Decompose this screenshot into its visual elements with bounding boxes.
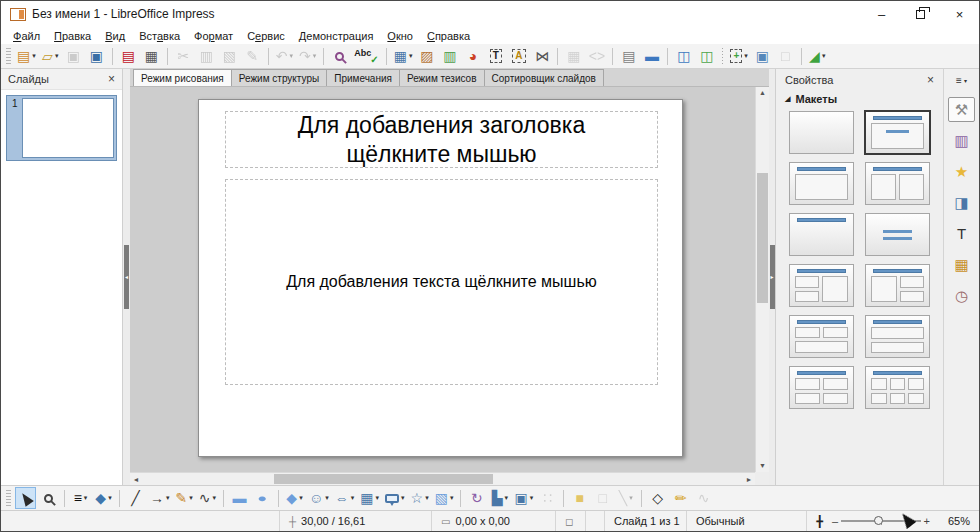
zoom-slider-thumb[interactable] <box>874 516 883 525</box>
find-and-replace-button[interactable] <box>329 45 350 67</box>
scroll-down-icon[interactable]: ▼ <box>756 461 769 471</box>
arrange-button[interactable]: ▣▾ <box>512 487 535 509</box>
insert-line-button[interactable]: ╱ <box>125 487 146 509</box>
show-draw-functions-button[interactable]: ◢▾ <box>807 45 828 67</box>
duplicate-slide-button[interactable]: ▣ <box>752 45 773 67</box>
line-style-button[interactable]: ≡▾ <box>70 487 91 509</box>
spelling-button[interactable]: Abc✓ <box>352 45 380 67</box>
fill-color-button[interactable]: ◆▾ <box>93 487 114 509</box>
layout-title-content-full[interactable] <box>789 162 854 205</box>
filter-dropdown-arrow[interactable]: ▾ <box>629 494 633 502</box>
insert-table-button[interactable]: ▦▾ <box>392 45 415 67</box>
slide-thumbnail[interactable]: 1 <box>6 95 117 161</box>
layout-title-only[interactable] <box>789 213 854 256</box>
view-tab-slide-sorter[interactable]: Сортировщик слайдов <box>484 69 604 86</box>
vertical-scrollbar-thumb[interactable] <box>757 173 768 303</box>
left-splitter-handle[interactable]: ◄ <box>124 245 129 309</box>
fill-color-dropdown-arrow[interactable]: ▾ <box>108 494 112 502</box>
flowchart-dropdown-arrow[interactable]: ▾ <box>376 494 380 502</box>
close-button[interactable]: × <box>940 1 979 27</box>
open-button[interactable]: ▱▾ <box>40 45 61 67</box>
layout-title-2content-over-content[interactable] <box>789 315 854 358</box>
lines-and-arrows-dropdown-arrow[interactable]: ▾ <box>166 494 170 502</box>
sidebar-tab-properties[interactable]: ⚒ <box>948 97 975 122</box>
open-dropdown-arrow[interactable]: ▾ <box>55 52 59 60</box>
fit-slide-button[interactable]: ╋ <box>812 511 827 531</box>
scroll-right-icon[interactable]: ► <box>743 473 755 485</box>
lines-and-arrows-button[interactable]: →▾ <box>148 487 172 509</box>
sidebar-tab-styles[interactable]: T <box>948 221 975 246</box>
curves-and-polygons-button[interactable]: ✎▾ <box>174 487 195 509</box>
basic-shapes-dropdown-arrow[interactable]: ▾ <box>299 494 303 502</box>
horizontal-scrollbar[interactable]: ◄ ► <box>130 472 755 485</box>
stars-and-banners-dropdown-arrow[interactable]: ▾ <box>425 494 429 502</box>
connectors-button[interactable]: ∿▾ <box>197 487 218 509</box>
scroll-up-icon[interactable]: ▲ <box>756 88 769 98</box>
layout-centered-text[interactable] <box>865 213 930 256</box>
insert-image-button[interactable]: ▨ <box>416 45 437 67</box>
sidebar-close-icon[interactable]: × <box>927 74 934 86</box>
arrange-dropdown-arrow[interactable]: ▾ <box>530 494 534 502</box>
callouts-button[interactable]: ▾ <box>383 487 407 509</box>
save-as-button[interactable]: ▣ <box>86 45 107 67</box>
show-draw-functions-dropdown-arrow[interactable]: ▾ <box>822 52 826 60</box>
slide-page[interactable]: Для добавления заголовка щёлкните мышью … <box>198 99 683 457</box>
export-pdf-button[interactable]: ▤ <box>118 45 139 67</box>
slide-canvas[interactable]: Для добавления заголовка щёлкните мышью … <box>130 87 769 485</box>
glue-points-edit-button[interactable]: ✏ <box>670 487 691 509</box>
menu-file[interactable]: Файл <box>6 29 47 43</box>
layout-title-4-content[interactable] <box>789 366 854 409</box>
layout-title-content[interactable] <box>865 111 930 154</box>
callouts-dropdown-arrow[interactable]: ▾ <box>401 494 405 502</box>
print-button[interactable]: ▦ <box>141 45 162 67</box>
redo-dropdown-arrow[interactable]: ▾ <box>313 52 317 60</box>
horizontal-scrollbar-thumb[interactable] <box>274 474 493 484</box>
layouts-section-header[interactable]: ◢ Макеты <box>776 91 943 109</box>
rectangle-button[interactable]: ▬ <box>229 487 250 509</box>
menu-insert[interactable]: Вставка <box>132 29 187 43</box>
symbol-shapes-dropdown-arrow[interactable]: ▾ <box>325 494 329 502</box>
menu-view[interactable]: Вид <box>98 29 132 43</box>
display-master-button[interactable]: ▬ <box>641 45 662 67</box>
layout-title-two-content[interactable] <box>865 162 930 205</box>
new-slide-dropdown-arrow[interactable]: ▾ <box>744 52 748 60</box>
new-presentation-dropdown-arrow[interactable]: ▾ <box>32 52 36 60</box>
align-objects-button[interactable]: ▙▾ <box>489 487 510 509</box>
sidebar-settings-button[interactable]: ≡ ▾ <box>956 72 967 88</box>
3d-objects-button[interactable]: ▧▾ <box>433 487 456 509</box>
select-button[interactable] <box>15 487 36 509</box>
scroll-left-icon[interactable]: ◄ <box>130 473 142 485</box>
new-slide-button[interactable]: +▾ <box>728 45 749 67</box>
sidebar-tab-animation[interactable]: ★ <box>948 159 975 184</box>
zoom-in-icon[interactable]: + <box>921 515 933 527</box>
connectors-dropdown-arrow[interactable]: ▾ <box>213 494 217 502</box>
menu-help[interactable]: Справка <box>420 29 477 43</box>
vertical-scrollbar[interactable]: ▲ ▼ <box>755 87 769 472</box>
menu-slideshow[interactable]: Демонстрация <box>292 29 381 43</box>
layout-title-2content-1content[interactable] <box>789 264 854 307</box>
insert-text-box-button[interactable]: T <box>485 45 506 67</box>
zoom-percent[interactable]: 65% <box>935 515 979 527</box>
align-objects-dropdown-arrow[interactable]: ▾ <box>505 494 509 502</box>
sidebar-tab-master-pages[interactable]: ▥ <box>948 128 975 153</box>
layout-blank[interactable] <box>789 111 854 154</box>
symbol-shapes-button[interactable]: ☺▾ <box>307 487 331 509</box>
view-tab-handout[interactable]: Режим тезисов <box>399 69 485 86</box>
start-from-current-slide-button[interactable]: ◫ <box>696 45 717 67</box>
3d-objects-dropdown-arrow[interactable]: ▾ <box>450 494 454 502</box>
zoom-out-icon[interactable]: – <box>829 515 841 527</box>
curves-and-polygons-dropdown-arrow[interactable]: ▾ <box>189 494 193 502</box>
view-tab-outline[interactable]: Режим структуры <box>231 69 327 86</box>
zoom-button[interactable] <box>38 487 59 509</box>
view-tab-drawing[interactable]: Режим рисования <box>133 69 232 86</box>
right-splitter-handle[interactable]: ► <box>770 245 775 309</box>
ellipse-button[interactable]: ● <box>252 487 273 509</box>
block-arrows-dropdown-arrow[interactable]: ▾ <box>351 494 355 502</box>
sidebar-tab-slide-transition[interactable]: ◨ <box>948 190 975 215</box>
slides-panel-close-icon[interactable]: × <box>108 73 115 85</box>
title-placeholder[interactable]: Для добавления заголовка щёлкните мышью <box>225 111 658 168</box>
new-presentation-button[interactable]: ▤▾ <box>15 45 38 67</box>
left-splitter[interactable]: ◄ <box>123 69 130 485</box>
stars-and-banners-button[interactable]: ☆▾ <box>409 487 431 509</box>
insert-media-button[interactable]: ▥ <box>439 45 460 67</box>
